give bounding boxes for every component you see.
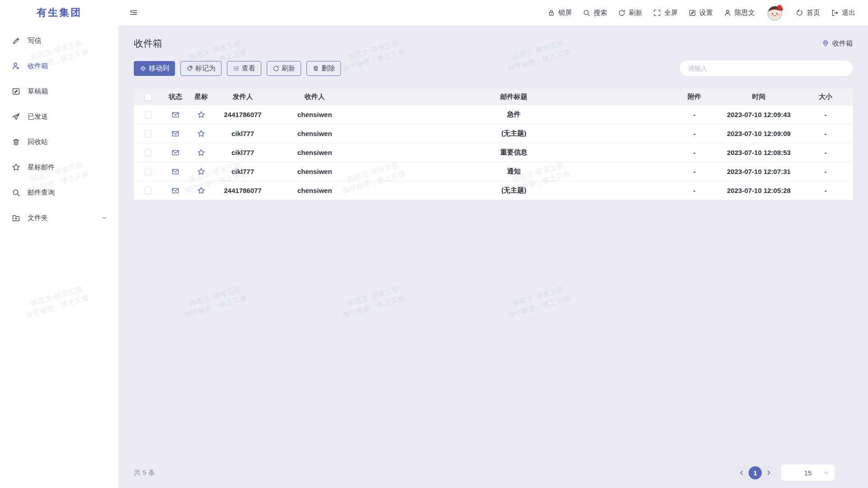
draft-icon bbox=[12, 87, 20, 96]
recipient-cell: chensiwen bbox=[271, 111, 358, 118]
mail-unread-icon[interactable] bbox=[171, 130, 179, 138]
row-checkbox-cell bbox=[134, 149, 163, 156]
subject-cell[interactable]: (无主题) bbox=[358, 186, 670, 195]
row-checkbox[interactable] bbox=[145, 187, 152, 194]
topbar-logout-label: 退出 bbox=[842, 9, 855, 17]
page-pill: 1 bbox=[734, 465, 777, 481]
lock-icon bbox=[547, 9, 555, 17]
sidebar: 有生集团 写信收件箱草稿箱已发送回收站星标邮件邮件查询文件夹 bbox=[0, 0, 118, 488]
topbar-logout-button[interactable]: 退出 bbox=[831, 9, 855, 17]
sidebar-item-compose[interactable]: 写信 bbox=[0, 28, 118, 53]
topbar-home-button[interactable]: 首页 bbox=[796, 9, 820, 17]
delete-button[interactable]: 删除 bbox=[307, 61, 341, 76]
star-outline-icon[interactable] bbox=[197, 130, 205, 138]
app-window: 有生集团 写信收件箱草稿箱已发送回收站星标邮件邮件查询文件夹 锁屏搜索刷新全屏设… bbox=[0, 0, 868, 488]
star-outline-icon[interactable] bbox=[197, 149, 205, 157]
sidebar-item-folders[interactable]: 文件夹 bbox=[0, 205, 118, 230]
row-checkbox[interactable] bbox=[145, 149, 152, 156]
star-cell bbox=[188, 130, 214, 138]
sidebar-item-drafts[interactable]: 草稿箱 bbox=[0, 79, 118, 104]
view-button[interactable]: 查看 bbox=[227, 61, 261, 76]
subject-cell[interactable]: (无主题) bbox=[358, 129, 670, 138]
move-button[interactable]: 移动到 bbox=[134, 61, 175, 76]
prev-page-button[interactable] bbox=[739, 470, 745, 476]
star-outline-icon[interactable] bbox=[197, 168, 205, 176]
row-checkbox[interactable] bbox=[145, 168, 152, 175]
star-outline-icon bbox=[12, 163, 20, 172]
search-input[interactable] bbox=[680, 61, 853, 76]
chevron-down-icon bbox=[101, 215, 108, 221]
column-header: 时间 bbox=[719, 93, 798, 101]
next-page-button[interactable] bbox=[766, 470, 772, 476]
table-row[interactable]: cikl777chensiwen重要信息-2023-07-10 12:08:53… bbox=[134, 143, 853, 162]
sidebar-item-sent[interactable]: 已发送 bbox=[0, 104, 118, 129]
move-icon bbox=[140, 65, 146, 72]
size-cell: - bbox=[798, 130, 853, 137]
sidebar-item-label: 草稿箱 bbox=[28, 87, 48, 96]
star-cell bbox=[188, 111, 214, 119]
row-checkbox[interactable] bbox=[145, 111, 152, 118]
size-cell: - bbox=[798, 111, 853, 118]
page-size-select[interactable]: 15 bbox=[781, 465, 835, 481]
send-icon bbox=[12, 113, 20, 121]
column-header: 大小 bbox=[798, 93, 853, 101]
mark-button[interactable]: 标记为 bbox=[180, 61, 222, 76]
app-logo: 有生集团 bbox=[0, 0, 118, 25]
mail-unread-icon[interactable] bbox=[171, 187, 179, 195]
star-outline-icon[interactable] bbox=[197, 111, 205, 119]
page-size-value: 15 bbox=[804, 469, 812, 477]
compose-icon bbox=[12, 37, 20, 45]
recipient-cell: chensiwen bbox=[271, 168, 358, 175]
table-row[interactable]: cikl777chensiwen通知-2023-07-10 12:07:31- bbox=[134, 162, 853, 181]
subject-cell[interactable]: 通知 bbox=[358, 167, 670, 176]
attachment-cell: - bbox=[670, 187, 719, 194]
topbar-refresh-button[interactable]: 刷新 bbox=[618, 9, 642, 17]
sidebar-item-label: 邮件查询 bbox=[28, 188, 55, 197]
sidebar-item-query[interactable]: 邮件查询 bbox=[0, 180, 118, 205]
table-footer: 共 5 条 1 15 bbox=[134, 465, 853, 488]
sender-cell: 2441786077 bbox=[214, 187, 271, 194]
sender-cell: cikl777 bbox=[214, 168, 271, 175]
select-all-checkbox[interactable] bbox=[145, 94, 152, 101]
table-row[interactable]: 2441786077chensiwen急件-2023-07-10 12:09:4… bbox=[134, 105, 853, 124]
subject-cell[interactable]: 急件 bbox=[358, 110, 670, 119]
attachment-cell: - bbox=[670, 130, 719, 137]
current-page[interactable]: 1 bbox=[749, 466, 762, 479]
topbar-fullscreen-button[interactable]: 全屏 bbox=[653, 9, 678, 17]
subject-cell[interactable]: 重要信息 bbox=[358, 148, 670, 157]
mail-table: 状态星标发件人收件人邮件标题附件时间大小 2441786077chensiwen… bbox=[134, 89, 853, 200]
topbar-fullscreen-label: 全屏 bbox=[664, 9, 678, 17]
column-header: 状态 bbox=[163, 93, 188, 101]
table-row[interactable]: cikl777chensiwen(无主题)-2023-07-10 12:09:0… bbox=[134, 124, 853, 143]
star-outline-icon[interactable] bbox=[197, 187, 205, 195]
view-list-icon bbox=[233, 65, 240, 72]
refresh-button[interactable]: 刷新 bbox=[267, 61, 301, 76]
row-checkbox[interactable] bbox=[145, 130, 152, 137]
sidebar-item-inbox[interactable]: 收件箱 bbox=[0, 53, 118, 79]
row-checkbox-cell bbox=[134, 187, 163, 194]
sidebar-item-label: 文件夹 bbox=[28, 214, 48, 222]
column-header: 发件人 bbox=[214, 93, 271, 101]
mail-unread-icon[interactable] bbox=[171, 149, 179, 157]
sidebar-item-label: 已发送 bbox=[28, 113, 48, 121]
mail-unread-icon[interactable] bbox=[171, 168, 179, 176]
avatar[interactable] bbox=[767, 4, 784, 21]
toolbar: 移动到标记为查看刷新删除 bbox=[134, 61, 341, 76]
mail-status-cell bbox=[163, 187, 188, 195]
topbar-settings-button[interactable]: 设置 bbox=[689, 9, 713, 17]
table-row[interactable]: 2441786077chensiwen(无主题)-2023-07-10 12:0… bbox=[134, 181, 853, 200]
mail-status-cell bbox=[163, 168, 188, 176]
toolbar-row: 移动到标记为查看刷新删除 bbox=[134, 61, 853, 76]
settings-icon bbox=[689, 9, 696, 17]
topbar-lock-button[interactable]: 锁屏 bbox=[547, 9, 572, 17]
topbar-lock-label: 锁屏 bbox=[558, 9, 572, 17]
sidebar-item-trash[interactable]: 回收站 bbox=[0, 129, 118, 155]
collapse-sidebar-icon[interactable] bbox=[129, 9, 138, 17]
mail-status-cell bbox=[163, 111, 188, 119]
topbar-search-button[interactable]: 搜索 bbox=[583, 9, 607, 17]
view-button-label: 查看 bbox=[242, 64, 255, 73]
time-cell: 2023-07-10 12:07:31 bbox=[719, 168, 798, 175]
sidebar-item-starred[interactable]: 星标邮件 bbox=[0, 155, 118, 180]
mail-unread-icon[interactable] bbox=[171, 111, 179, 119]
topbar-user-button[interactable]: 陈思文 bbox=[724, 9, 755, 17]
